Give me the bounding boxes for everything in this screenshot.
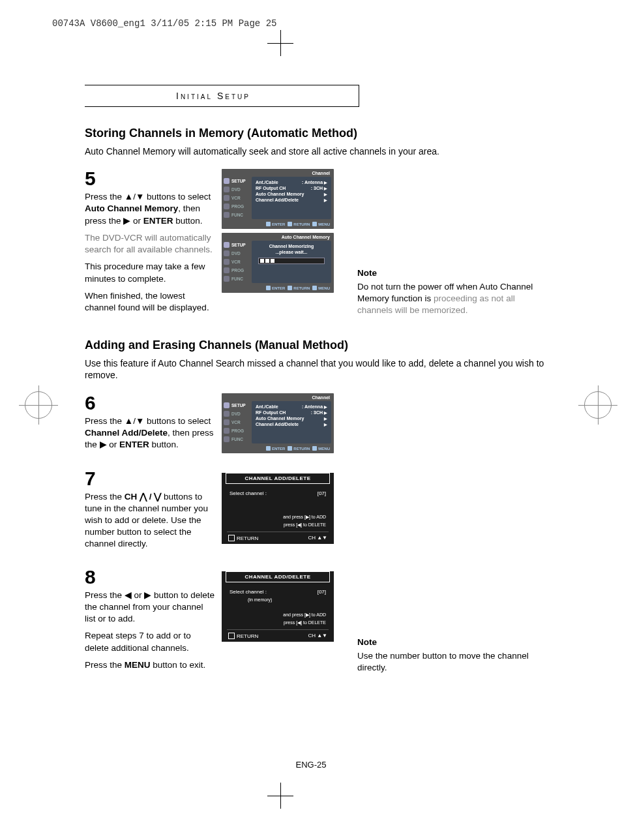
disc-icon — [224, 411, 230, 417]
step-number-8: 8 — [85, 567, 215, 587]
step-5-text: 5 Press the ▲/▼ buttons to select Auto C… — [85, 169, 215, 319]
clock-icon — [224, 203, 230, 209]
step-number-6: 6 — [85, 393, 215, 413]
func-icon — [224, 212, 230, 218]
progress-bar — [258, 258, 325, 264]
note-1: Note Do not turn the power off when Auto… — [357, 267, 540, 316]
clock-icon — [224, 267, 230, 273]
section-intro-storing: Auto Channel Memory will automatically s… — [85, 145, 554, 157]
gear-icon — [224, 178, 230, 184]
page: 00743A V8600_eng1 3/11/05 2:15 PM Page 2… — [0, 0, 622, 840]
section-intro-adding: Use this feature if Auto Channel Search … — [85, 357, 554, 381]
section-title-storing: Storing Channels in Memory (Automatic Me… — [85, 127, 554, 140]
print-header: 00743A V8600_eng1 3/11/05 2:15 PM Page 2… — [52, 18, 276, 29]
gear-icon — [224, 402, 230, 408]
chapter-heading: Initial Setup — [85, 85, 359, 107]
func-icon — [224, 276, 230, 282]
content-area: Initial Setup Storing Channels in Memory… — [85, 85, 554, 688]
print-header-text: 00743A V8600_eng1 3/11/05 2:15 PM Page 2… — [52, 18, 276, 29]
osd-channel-menu: Channel SETUP DVD VCR PROG FUNC Ant./Cab… — [222, 169, 334, 229]
step-5-row: 5 Press the ▲/▼ buttons to select Auto C… — [85, 169, 554, 319]
registration-mark-right — [584, 391, 612, 419]
disc-icon — [224, 187, 230, 192]
step-8-row: 8 Press the ◀ or ▶ button to delete the … — [85, 567, 554, 676]
registration-mark-left — [25, 391, 52, 419]
osd-add-delete-2: CHANNEL ADD/DELETE Select channel :[07] … — [222, 571, 334, 642]
section-title-adding: Adding and Erasing Channels (Manual Meth… — [85, 338, 554, 352]
step-number-7: 7 — [85, 469, 215, 488]
tape-icon — [224, 195, 230, 201]
tape-icon — [224, 419, 230, 425]
crop-mark-bottom — [280, 783, 281, 809]
step-number-5: 5 — [85, 169, 215, 188]
func-icon — [224, 436, 230, 442]
crop-mark-top — [280, 30, 281, 56]
step5-note: The DVD-VCR will automatically search fo… — [85, 232, 215, 256]
ch-up-down-icon: ⋀ / ⋁ — [140, 492, 161, 502]
page-number: ENG-25 — [0, 760, 622, 770]
disc-icon — [224, 250, 230, 256]
osd-auto-channel-memory: Auto Channel Memory SETUP DVD VCR PROG F… — [222, 233, 334, 293]
gear-icon — [224, 242, 230, 248]
step-7-row: 7 Press the CH ⋀ / ⋁ buttons to tune in … — [85, 469, 554, 556]
tape-icon — [224, 259, 230, 265]
osd-add-delete-1: CHANNEL ADD/DELETE Select channel :[07] … — [222, 473, 334, 544]
note-2: Note Use the number button to move the c… — [357, 637, 540, 674]
step-6-row: 6 Press the ▲/▼ buttons to select Channe… — [85, 393, 554, 457]
clock-icon — [224, 428, 230, 434]
step-5-screens: Channel SETUP DVD VCR PROG FUNC Ant./Cab… — [222, 169, 339, 297]
osd-channel-menu-2: Channel SETUP DVD VCR PROG FUNC Ant./Cab… — [222, 393, 334, 453]
